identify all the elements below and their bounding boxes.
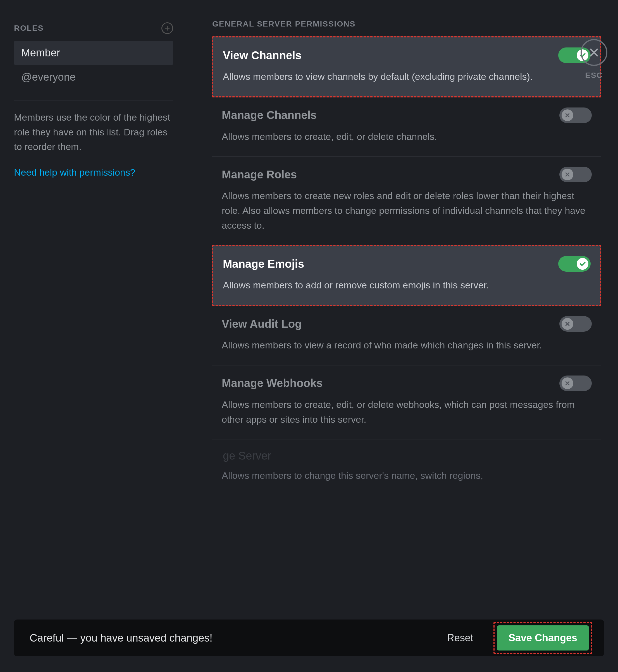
x-icon xyxy=(561,169,573,180)
add-role-button[interactable] xyxy=(162,22,173,34)
permission-description: Allows members to create, edit, or delet… xyxy=(222,397,592,427)
roles-header-label: ROLES xyxy=(14,24,43,33)
permission-row-view-audit-log: View Audit LogAllows members to view a r… xyxy=(212,306,601,365)
permission-row-manage-emojis: Manage EmojisAllows members to add or re… xyxy=(212,245,601,306)
permission-toggle-view-audit-log[interactable] xyxy=(559,316,592,332)
permission-title: Manage Channels xyxy=(222,109,317,121)
permission-toggle-manage-webhooks[interactable] xyxy=(559,375,592,391)
permissions-list: View ChannelsAllows members to view chan… xyxy=(212,36,601,439)
permission-header: View Channels xyxy=(223,47,591,63)
close-button[interactable] xyxy=(581,39,607,66)
save-changes-button[interactable]: Save Changes xyxy=(497,626,589,651)
permission-description: Allows members to create, edit, or delet… xyxy=(222,129,592,144)
reset-button[interactable]: Reset xyxy=(447,632,473,644)
partial-title-ghost: ge Server xyxy=(223,449,271,462)
permission-row-view-channels: View ChannelsAllows members to view chan… xyxy=(212,36,601,97)
permission-header: Manage Roles xyxy=(222,167,592,182)
settings-page: ROLES Member@everyone Members use the co… xyxy=(0,0,618,672)
permissions-help-link[interactable]: Need help with permissions? xyxy=(14,167,135,178)
x-icon xyxy=(561,318,573,330)
permission-header: Manage Webhooks xyxy=(222,375,592,391)
close-icon xyxy=(588,47,600,58)
x-icon xyxy=(561,377,573,389)
permission-title: Manage Roles xyxy=(222,169,297,181)
permission-title: Manage Webhooks xyxy=(222,377,323,389)
permission-description: Allows members to add or remove custom e… xyxy=(223,278,591,293)
permission-toggle-manage-channels[interactable] xyxy=(559,107,592,123)
permission-title: View Audit Log xyxy=(222,318,302,330)
permission-description: Allows members to view a record of who m… xyxy=(222,338,592,353)
role-item[interactable]: @everyone xyxy=(14,65,173,89)
permission-row-manage-server-partial: ge Server Allows members to change this … xyxy=(212,439,601,483)
permissions-panel: GENERAL SERVER PERMISSIONS View Channels… xyxy=(187,19,618,672)
permission-toggle-manage-emojis[interactable] xyxy=(558,256,591,272)
role-item[interactable]: Member xyxy=(14,41,173,65)
permission-header: Manage Emojis xyxy=(223,256,591,272)
roles-sidebar: ROLES Member@everyone Members use the co… xyxy=(0,19,187,672)
save-button-highlight: Save Changes xyxy=(494,622,592,654)
unsaved-changes-text: Careful — you have unsaved changes! xyxy=(30,632,447,644)
permission-header: View Audit Log xyxy=(222,316,592,332)
permission-row-manage-channels: Manage ChannelsAllows members to create,… xyxy=(212,97,601,156)
permission-title: Manage Emojis xyxy=(223,258,304,270)
unsaved-changes-bar: Careful — you have unsaved changes! Rese… xyxy=(14,620,604,656)
permission-header: Manage Channels xyxy=(222,107,592,123)
permission-toggle-manage-roles[interactable] xyxy=(559,167,592,182)
permission-title: View Channels xyxy=(223,49,302,62)
role-list: Member@everyone xyxy=(14,41,173,89)
permission-row-manage-roles: Manage RolesAllows members to create new… xyxy=(212,156,601,245)
partial-desc: Allows members to change this server's n… xyxy=(222,468,592,483)
permission-description: Allows members to view channels by defau… xyxy=(223,69,591,84)
x-icon xyxy=(561,109,573,121)
divider xyxy=(14,100,173,101)
permissions-section-label: GENERAL SERVER PERMISSIONS xyxy=(212,19,601,28)
esc-label: ESC xyxy=(581,71,607,80)
roles-help-text: Members use the color of the highest rol… xyxy=(14,110,173,154)
plus-icon xyxy=(164,25,170,31)
check-icon xyxy=(577,258,588,270)
permission-row-manage-webhooks: Manage WebhooksAllows members to create,… xyxy=(212,365,601,439)
roles-header: ROLES xyxy=(14,19,173,39)
permission-description: Allows members to create new roles and e… xyxy=(222,189,592,233)
close-panel: ESC xyxy=(581,39,607,80)
